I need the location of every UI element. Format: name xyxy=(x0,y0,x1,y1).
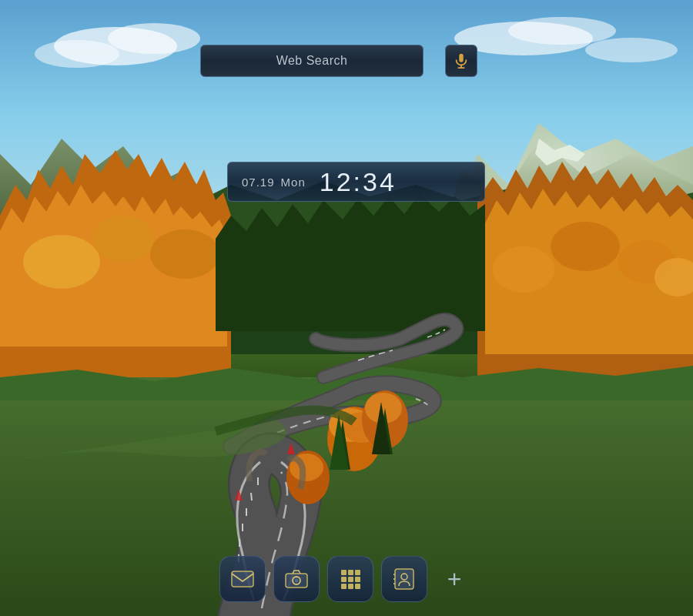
dock-camera-button[interactable] xyxy=(273,556,320,602)
svg-point-6 xyxy=(585,38,678,62)
scene xyxy=(0,0,693,616)
search-bar[interactable]: Web Search xyxy=(200,45,424,77)
svg-point-2 xyxy=(108,23,200,54)
svg-rect-64 xyxy=(395,569,413,589)
svg-point-17 xyxy=(23,235,100,289)
clock-widget: 07.19 Mon 12:34 xyxy=(227,162,485,202)
svg-rect-55 xyxy=(341,570,346,575)
svg-rect-57 xyxy=(355,570,360,575)
svg-rect-51 xyxy=(232,571,253,587)
svg-point-3 xyxy=(35,40,119,68)
camera-icon xyxy=(284,567,309,591)
dock-contacts-button[interactable] xyxy=(381,556,427,602)
dock-apps-button[interactable] xyxy=(327,556,373,602)
svg-point-23 xyxy=(551,222,620,271)
svg-rect-58 xyxy=(341,577,346,582)
svg-point-18 xyxy=(92,216,154,262)
dock-add-button[interactable]: + xyxy=(435,560,474,598)
day-display: Mon xyxy=(281,176,306,189)
time-display: 12:34 xyxy=(320,167,397,197)
add-label: + xyxy=(447,565,462,594)
svg-point-19 xyxy=(150,229,219,279)
svg-point-54 xyxy=(295,579,299,583)
svg-rect-60 xyxy=(355,577,360,582)
date-display: 07.19 xyxy=(242,176,275,189)
mic-icon xyxy=(453,52,470,69)
contacts-icon xyxy=(392,567,417,591)
svg-rect-63 xyxy=(355,584,360,589)
dock: + xyxy=(219,556,474,602)
svg-point-5 xyxy=(508,17,616,45)
mic-button[interactable] xyxy=(445,45,477,77)
svg-rect-56 xyxy=(348,570,353,575)
email-icon xyxy=(230,567,255,591)
svg-line-33 xyxy=(251,493,252,500)
svg-rect-62 xyxy=(348,584,353,589)
search-placeholder: Web Search xyxy=(276,54,348,68)
svg-rect-48 xyxy=(459,54,464,62)
svg-rect-59 xyxy=(348,577,353,582)
dock-email-button[interactable] xyxy=(219,556,266,602)
svg-rect-61 xyxy=(341,584,346,589)
svg-point-22 xyxy=(493,246,554,293)
apps-icon xyxy=(338,567,363,591)
